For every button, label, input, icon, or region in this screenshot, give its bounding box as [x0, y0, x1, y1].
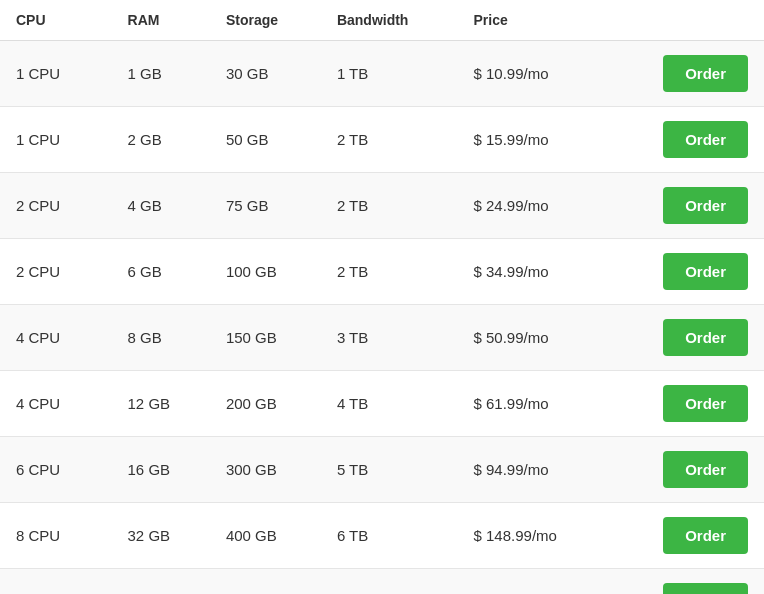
order-button[interactable]: Order: [663, 451, 748, 488]
cell-bandwidth: 6 TB: [321, 503, 458, 569]
cell-cpu: 4 CPU: [0, 305, 112, 371]
cell-ram: 6 GB: [112, 239, 210, 305]
cell-price: $ 24.99/mo: [458, 173, 610, 239]
cell-order: Order: [610, 107, 764, 173]
cell-storage: 30 GB: [210, 41, 321, 107]
table-row: 4 CPU12 GB200 GB4 TB$ 61.99/moOrder: [0, 371, 764, 437]
cell-storage: 50 GB: [210, 107, 321, 173]
cell-cpu: 6 CPU: [0, 437, 112, 503]
cell-order: Order: [610, 503, 764, 569]
cell-bandwidth: 2 TB: [321, 107, 458, 173]
cell-price: $ 34.99/mo: [458, 239, 610, 305]
table-row: 4 CPU8 GB150 GB3 TB$ 50.99/moOrder: [0, 305, 764, 371]
cell-price: $ 148.99/mo: [458, 503, 610, 569]
cell-order: Order: [610, 569, 764, 595]
pricing-table: CPU RAM Storage Bandwidth Price 1 CPU1 G…: [0, 0, 764, 594]
cell-price: $ 94.99/mo: [458, 437, 610, 503]
cell-order: Order: [610, 239, 764, 305]
cell-storage: 75 GB: [210, 173, 321, 239]
cell-price: $ 50.99/mo: [458, 305, 610, 371]
cell-ram: 8 GB: [112, 305, 210, 371]
cell-bandwidth: 5 TB: [321, 437, 458, 503]
order-button[interactable]: Order: [663, 121, 748, 158]
table-row: 2 CPU4 GB75 GB2 TB$ 24.99/moOrder: [0, 173, 764, 239]
cell-bandwidth: 2 TB: [321, 173, 458, 239]
order-button[interactable]: Order: [663, 583, 748, 594]
cell-storage: 200 GB: [210, 371, 321, 437]
order-button[interactable]: Order: [663, 55, 748, 92]
cell-ram: 2 GB: [112, 107, 210, 173]
table-row: 6 CPU16 GB300 GB5 TB$ 94.99/moOrder: [0, 437, 764, 503]
table-row: 1 CPU1 GB30 GB1 TB$ 10.99/moOrder: [0, 41, 764, 107]
header-cpu: CPU: [0, 0, 112, 41]
order-button[interactable]: Order: [663, 385, 748, 422]
header-storage: Storage: [210, 0, 321, 41]
cell-ram: 64 GB: [112, 569, 210, 595]
cell-price: $ 10.99/mo: [458, 41, 610, 107]
cell-ram: 12 GB: [112, 371, 210, 437]
cell-bandwidth: 4 TB: [321, 371, 458, 437]
cell-cpu: 4 CPU: [0, 371, 112, 437]
cell-cpu: 1 CPU: [0, 107, 112, 173]
cell-bandwidth: 2 TB: [321, 239, 458, 305]
cell-cpu: 8 CPU: [0, 503, 112, 569]
cell-storage: 300 GB: [210, 437, 321, 503]
table-row: 2 CPU6 GB100 GB2 TB$ 34.99/moOrder: [0, 239, 764, 305]
cell-storage: 400 GB: [210, 503, 321, 569]
table-row: 12 CPU64 GB500 GB8 TB$ 250.99/moOrder: [0, 569, 764, 595]
cell-ram: 4 GB: [112, 173, 210, 239]
cell-order: Order: [610, 173, 764, 239]
header-action: [610, 0, 764, 41]
cell-ram: 1 GB: [112, 41, 210, 107]
cell-ram: 16 GB: [112, 437, 210, 503]
cell-cpu: 2 CPU: [0, 173, 112, 239]
order-button[interactable]: Order: [663, 517, 748, 554]
cell-bandwidth: 1 TB: [321, 41, 458, 107]
table-header-row: CPU RAM Storage Bandwidth Price: [0, 0, 764, 41]
cell-bandwidth: 8 TB: [321, 569, 458, 595]
cell-storage: 150 GB: [210, 305, 321, 371]
cell-price: $ 250.99/mo: [458, 569, 610, 595]
cell-price: $ 15.99/mo: [458, 107, 610, 173]
cell-price: $ 61.99/mo: [458, 371, 610, 437]
table-row: 8 CPU32 GB400 GB6 TB$ 148.99/moOrder: [0, 503, 764, 569]
cell-order: Order: [610, 437, 764, 503]
cell-order: Order: [610, 305, 764, 371]
cell-ram: 32 GB: [112, 503, 210, 569]
header-price: Price: [458, 0, 610, 41]
cell-cpu: 2 CPU: [0, 239, 112, 305]
cell-cpu: 12 CPU: [0, 569, 112, 595]
order-button[interactable]: Order: [663, 319, 748, 356]
order-button[interactable]: Order: [663, 253, 748, 290]
order-button[interactable]: Order: [663, 187, 748, 224]
header-bandwidth: Bandwidth: [321, 0, 458, 41]
table-row: 1 CPU2 GB50 GB2 TB$ 15.99/moOrder: [0, 107, 764, 173]
header-ram: RAM: [112, 0, 210, 41]
cell-cpu: 1 CPU: [0, 41, 112, 107]
cell-order: Order: [610, 41, 764, 107]
cell-storage: 500 GB: [210, 569, 321, 595]
cell-storage: 100 GB: [210, 239, 321, 305]
cell-order: Order: [610, 371, 764, 437]
cell-bandwidth: 3 TB: [321, 305, 458, 371]
